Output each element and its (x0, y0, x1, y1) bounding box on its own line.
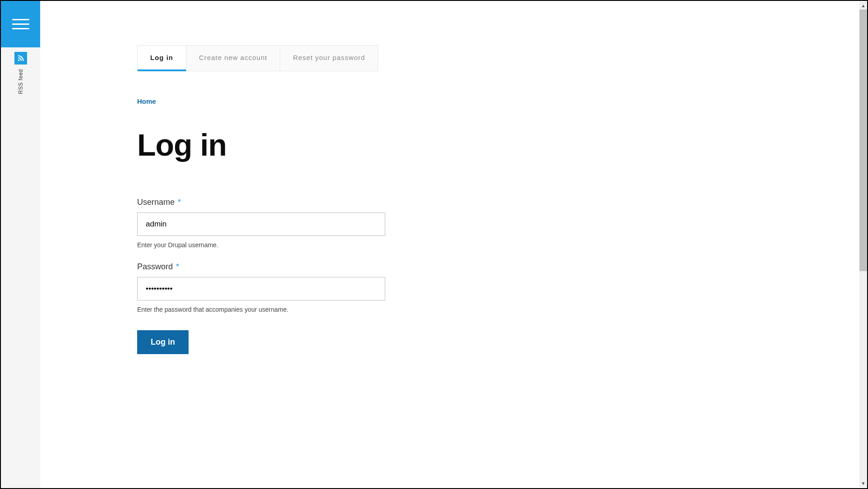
password-input[interactable] (137, 277, 385, 300)
rss-sidebar-item[interactable]: RSS feed (1, 52, 40, 94)
rss-icon (14, 52, 27, 65)
required-indicator: * (175, 198, 181, 207)
rss-label: RSS feed (18, 69, 24, 94)
login-form: Username * Enter your Drupal username. P… (137, 198, 552, 354)
tab-reset-password[interactable]: Reset your password (280, 46, 378, 71)
breadcrumb: Home (137, 97, 552, 106)
username-field-group: Username * Enter your Drupal username. (137, 198, 552, 249)
page-title: Log in (137, 127, 552, 162)
password-label: Password * (137, 262, 552, 272)
required-indicator: * (174, 262, 179, 271)
scrollbar-thumb[interactable] (859, 9, 867, 271)
breadcrumb-home[interactable]: Home (137, 97, 156, 105)
sidebar: RSS feed (1, 1, 40, 488)
tab-create-account[interactable]: Create new account (186, 46, 280, 71)
username-help: Enter your Drupal username. (137, 241, 552, 249)
hamburger-icon (12, 19, 29, 29)
tab-log-in[interactable]: Log in (138, 46, 186, 71)
main-content: Log in Create new account Reset your pas… (40, 1, 867, 488)
password-field-group: Password * Enter the password that accom… (137, 262, 552, 313)
scrollbar-up-button[interactable]: ▲ (859, 2, 867, 9)
username-input[interactable] (137, 212, 385, 236)
password-help: Enter the password that accompanies your… (137, 306, 552, 313)
menu-toggle-button[interactable] (1, 1, 40, 47)
tabs: Log in Create new account Reset your pas… (137, 45, 378, 71)
scrollbar[interactable]: ▲ ▼ (859, 2, 867, 487)
username-label: Username * (137, 198, 552, 207)
svg-point-0 (18, 60, 19, 61)
login-button[interactable]: Log in (137, 330, 189, 354)
scrollbar-down-button[interactable]: ▼ (859, 480, 867, 487)
